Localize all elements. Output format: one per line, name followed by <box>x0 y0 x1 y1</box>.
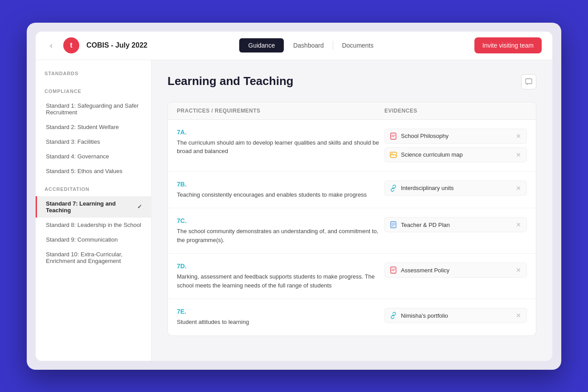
sidebar-item-std9[interactable]: Standard 9: Communication <box>36 232 151 247</box>
table-row: 7B. Teaching consistently encourages and… <box>168 172 536 209</box>
evidence-item: Science curriculum map ✕ <box>384 147 527 162</box>
row-7c-content: 7C. The school community demonstrates an… <box>177 217 384 244</box>
header: ‹ t COBIS - July 2022 Guidance Dashboard… <box>36 32 552 60</box>
link-icon <box>389 311 397 319</box>
tab-dashboard[interactable]: Dashboard <box>284 38 333 53</box>
row-7d-label: 7D. <box>177 263 384 270</box>
row-7b-desc: Teaching consistently encourages and ena… <box>177 190 384 199</box>
evidence-name: Teacher & PD Plan <box>401 222 450 228</box>
sidebar-item-std10[interactable]: Standard 10: Extra-Curricular, Enrichmen… <box>36 247 151 268</box>
evidence-item: Interdsciplinary units ✕ <box>384 181 527 196</box>
sidebar-item-std1[interactable]: Standard 1: Safeguarding and Safer Recru… <box>36 98 151 120</box>
evidence-name: Assessment Policy <box>401 267 449 274</box>
row-7e-desc: Student attitudes to learning <box>177 318 384 327</box>
row-7a-label: 7A. <box>177 129 384 136</box>
row-7b-evidences: Interdsciplinary units ✕ <box>384 181 527 196</box>
outer-shell: ‹ t COBIS - July 2022 Guidance Dashboard… <box>27 23 561 370</box>
comment-button[interactable] <box>521 74 536 89</box>
sidebar-section-accreditation: ACCREDITATION <box>36 186 151 196</box>
evidence-close-button[interactable]: ✕ <box>515 311 522 319</box>
evidence-name: Science curriculum map <box>401 151 463 158</box>
app-window: ‹ t COBIS - July 2022 Guidance Dashboard… <box>36 32 552 361</box>
tab-guidance[interactable]: Guidance <box>239 38 284 53</box>
row-7b-label: 7B. <box>177 181 384 188</box>
app-title: COBIS - July 2022 <box>86 41 147 49</box>
pdf-icon <box>389 266 397 274</box>
row-7a-evidences: School Philosophy ✕ Science curriculum m… <box>384 129 527 162</box>
row-7c-evidences: Teacher & PD Plan ✕ <box>384 217 527 232</box>
link-icon <box>389 184 397 192</box>
evidence-close-button[interactable]: ✕ <box>515 184 522 192</box>
col-evidences-header: Evidences <box>384 108 527 114</box>
svg-rect-1 <box>391 133 396 139</box>
evidence-close-button[interactable]: ✕ <box>515 132 522 140</box>
sidebar-item-std2[interactable]: Standard 2: Student Welfare <box>36 120 151 134</box>
sidebar-item-std3[interactable]: Standard 3: Facilities <box>36 134 151 149</box>
row-7a-desc: The curriculum should aim to develop lea… <box>177 138 384 156</box>
evidence-item: Nimisha's portfolio ✕ <box>384 308 527 323</box>
sidebar: STANDARDS COMPLIANCE Standard 1: Safegua… <box>36 60 151 361</box>
col-practices-header: Practices / Requirements <box>177 108 384 114</box>
main-content: Learning and Teaching Practices / Requir… <box>151 60 552 361</box>
sidebar-section-compliance: COMPLIANCE <box>36 89 151 98</box>
main-header: Learning and Teaching <box>167 74 536 89</box>
sidebar-section-standards: STANDARDS <box>36 71 151 81</box>
tab-documents[interactable]: Documents <box>333 38 383 53</box>
back-button[interactable]: ‹ <box>46 39 56 52</box>
row-7d-evidences: Assessment Policy ✕ <box>384 263 527 278</box>
evidence-item: Assessment Policy ✕ <box>384 263 527 278</box>
evidence-close-button[interactable]: ✕ <box>515 266 522 274</box>
sidebar-item-std7[interactable]: Standard 7: Learning and Teaching ✓ <box>36 196 151 218</box>
header-nav: Guidance Dashboard Documents <box>155 38 467 53</box>
table-row: 7A. The curriculum should aim to develop… <box>168 120 536 172</box>
table-row: 7D. Marking, assessment and feedback sup… <box>168 254 536 299</box>
sidebar-item-std5[interactable]: Standard 5: Ethos and Values <box>36 164 151 178</box>
row-7d-desc: Marking, assessment and feedback support… <box>177 272 384 290</box>
doc-icon <box>389 221 397 229</box>
comment-icon <box>525 78 532 85</box>
body: STANDARDS COMPLIANCE Standard 1: Safegua… <box>36 60 552 361</box>
table-row: 7C. The school community demonstrates an… <box>168 208 536 254</box>
row-7c-desc: The school community demonstrates an und… <box>177 227 384 244</box>
evidence-name: School Philosophy <box>401 133 449 139</box>
evidence-item: School Philosophy ✕ <box>384 129 527 144</box>
row-7e-evidences: Nimisha's portfolio ✕ <box>384 308 527 323</box>
row-7e-label: 7E. <box>177 308 384 315</box>
image-icon <box>389 151 397 159</box>
svg-rect-5 <box>391 267 396 273</box>
svg-rect-0 <box>526 79 532 84</box>
app-logo: t <box>63 37 79 53</box>
row-7d-content: 7D. Marking, assessment and feedback sup… <box>177 263 384 290</box>
row-7c-label: 7C. <box>177 217 384 224</box>
evidence-name: Nimisha's portfolio <box>401 312 448 319</box>
pdf-icon <box>389 132 397 140</box>
table-row: 7E. Student attitudes to learning Nimish… <box>168 299 536 335</box>
sidebar-item-std4[interactable]: Standard 4: Governance <box>36 149 151 164</box>
page-title: Learning and Teaching <box>167 74 294 88</box>
check-icon: ✓ <box>137 203 142 210</box>
sidebar-item-std8[interactable]: Standard 8: Leadership in the School <box>36 218 151 232</box>
standards-table: Practices / Requirements Evidences 7A. T… <box>167 102 536 336</box>
row-7a-content: 7A. The curriculum should aim to develop… <box>177 129 384 156</box>
table-header: Practices / Requirements Evidences <box>168 102 536 120</box>
row-7b-content: 7B. Teaching consistently encourages and… <box>177 181 384 199</box>
evidence-close-button[interactable]: ✕ <box>515 151 522 159</box>
evidence-item: Teacher & PD Plan ✕ <box>384 217 527 232</box>
row-7e-content: 7E. Student attitudes to learning <box>177 308 384 327</box>
invite-visiting-team-button[interactable]: Invite visiting team <box>474 37 542 53</box>
evidence-name: Interdsciplinary units <box>401 185 454 191</box>
evidence-close-button[interactable]: ✕ <box>515 221 522 229</box>
